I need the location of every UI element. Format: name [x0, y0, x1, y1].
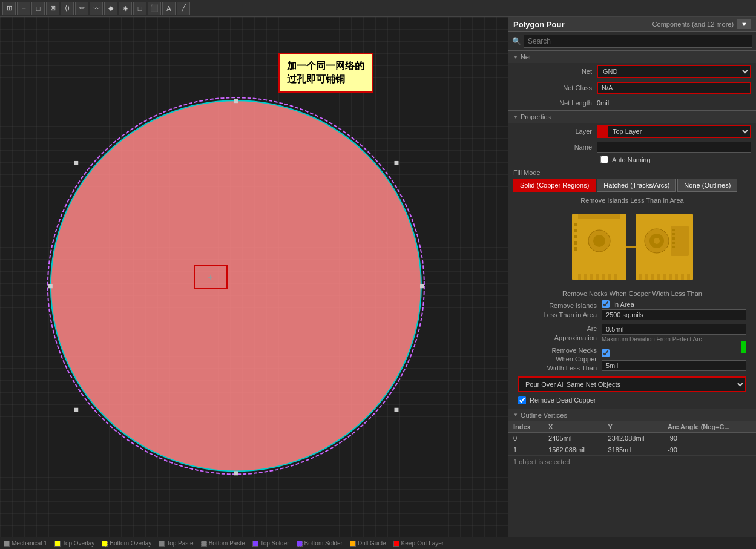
row0-y: 2342.088mil	[603, 432, 663, 444]
in-area-input[interactable]	[602, 309, 746, 320]
toolbar-text-btn[interactable]: A	[162, 2, 176, 15]
toolbar-select-btn[interactable]: □	[31, 2, 45, 15]
svg-rect-25	[608, 274, 611, 280]
status-bottom-paste-label: Bottom Paste	[209, 540, 245, 547]
svg-rect-33	[672, 229, 675, 231]
svg-rect-39	[645, 274, 648, 280]
svg-rect-41	[657, 274, 660, 280]
toolbar-poly-btn[interactable]: ⟨⟩	[61, 2, 74, 15]
remove-necks-input[interactable]	[602, 360, 746, 371]
vertices-section-label: Outline Vertices	[521, 412, 567, 419]
svg-rect-44	[675, 274, 678, 280]
net-triangle: ▼	[513, 54, 518, 60]
toolbar-line-btn[interactable]: ╱	[177, 2, 190, 15]
in-area-checkbox[interactable]	[602, 300, 610, 308]
fill-mode-label: Fill Mode	[513, 169, 751, 176]
toolbar-draw-btn[interactable]: ✏	[75, 2, 88, 15]
svg-rect-21	[584, 274, 587, 280]
panel-header: Polygon Pour Components (and 12 more) ▼	[508, 17, 756, 32]
pour-over-select[interactable]: Pour Over All Same Net Objects	[519, 378, 745, 391]
toolbar-diamond-btn[interactable]: ◆	[104, 2, 117, 15]
svg-rect-4	[234, 471, 238, 475]
fill-solid-btn[interactable]: Solid (Copper Regions)	[513, 179, 596, 192]
col-x: X	[544, 421, 603, 433]
toolbar-mark-btn[interactable]: ◈	[119, 2, 132, 15]
svg-rect-42	[663, 274, 666, 280]
row1-x: 1562.088mil	[544, 444, 603, 455]
name-input[interactable]	[597, 142, 751, 153]
fill-hatched-btn[interactable]: Hatched (Tracks/Arcs)	[597, 179, 676, 192]
remove-necks-label: Remove Necks When Copper Width Less Than	[518, 346, 597, 372]
svg-rect-9	[395, 161, 399, 165]
in-area-label: In Area	[613, 301, 634, 308]
status-mechanical: Mechanical 1	[4, 540, 47, 547]
status-bottom-overlay-label: Bottom Overlay	[110, 540, 151, 547]
vertices-triangle: ▼	[513, 412, 518, 418]
filter-button[interactable]: ▼	[737, 19, 751, 29]
svg-rect-37	[672, 246, 675, 248]
toolbar-add-btn[interactable]: ＋	[17, 2, 30, 15]
status-top-solder: Top Solder	[252, 540, 289, 547]
search-input[interactable]	[524, 35, 752, 48]
in-area-row: Remove Islands Less Than in Area In Area	[513, 298, 751, 322]
svg-rect-3	[234, 99, 238, 103]
net-class-label: Net Class	[513, 84, 592, 92]
name-label: Name	[513, 143, 592, 151]
arc-approx-input[interactable]	[602, 324, 746, 335]
toolbar-fill-btn[interactable]: ⬛	[148, 2, 161, 15]
top-toolbar: ⊞ ＋ □ ⊠ ⟨⟩ ✏ 〰 ◆ ◈ □ ⬛ A ╱	[0, 0, 756, 17]
max-dev-label: Maximum Deviation From Perfect Arc	[602, 336, 746, 343]
net-class-value: N/A	[597, 82, 751, 94]
bottom-solder-color	[297, 541, 303, 547]
auto-naming-checkbox[interactable]	[600, 156, 608, 163]
col-y: Y	[603, 421, 663, 433]
toolbar-filter-btn[interactable]: ⊞	[2, 2, 16, 15]
svg-rect-40	[651, 274, 654, 280]
status-top-overlay: Top Overlay	[54, 540, 94, 547]
remove-dead-label: Remove Dead Copper	[530, 396, 596, 404]
svg-rect-34	[672, 233, 675, 235]
row1-y: 3185mil	[603, 444, 663, 455]
net-length-label: Net Length	[513, 99, 592, 107]
vertices-table: Index X Y Arc Angle (Neg=C... 0 2405mil …	[508, 421, 756, 456]
toolbar-region-btn[interactable]: ⊠	[46, 2, 59, 15]
net-length-value: 0mil	[597, 99, 751, 107]
drill-guide-color	[350, 541, 356, 547]
net-length-row: Net Length 0mil	[508, 96, 756, 110]
status-bottom-paste: Bottom Paste	[201, 540, 245, 547]
net-select[interactable]: GND	[597, 65, 751, 78]
fill-none-btn[interactable]: None (Outlines)	[677, 179, 737, 192]
status-top-overlay-label: Top Overlay	[62, 540, 94, 547]
status-top-solder-label: Top Solder	[260, 540, 289, 547]
remove-necks-title: Remove Necks When Cooper Width Less Than	[513, 289, 751, 298]
auto-naming-label: Auto Naming	[612, 156, 651, 163]
top-overlay-color	[54, 541, 61, 547]
row0-arc: -90	[663, 432, 756, 444]
selected-info: 1 object is selected	[508, 456, 756, 468]
col-index: Index	[508, 421, 544, 433]
remove-necks-checkbox-row	[602, 347, 746, 359]
remove-necks-checkbox[interactable]	[602, 349, 610, 357]
bottom-overlay-color	[102, 541, 108, 547]
row1-arc: -90	[663, 444, 756, 455]
canvas-area[interactable]: 加一个同一网络的 过孔即可铺铜 +	[0, 17, 508, 537]
svg-rect-45	[681, 274, 684, 280]
auto-naming-row: Auto Naming	[508, 154, 756, 166]
layer-select[interactable]: Top Layer	[608, 126, 750, 137]
toolbar-box-btn[interactable]: □	[133, 2, 146, 15]
toolbar-wave-btn[interactable]: 〰	[90, 2, 103, 15]
arc-approx-row: Arc Approximation Maximum Deviation From…	[513, 322, 751, 344]
annotation-box: 加一个同一网络的 过孔即可铺铜	[278, 53, 373, 93]
status-drill-guide: Drill Guide	[350, 540, 386, 547]
status-bottom-overlay: Bottom Overlay	[102, 540, 151, 547]
top-solder-color	[252, 541, 258, 547]
remove-dead-checkbox[interactable]	[518, 396, 526, 404]
status-keep-out: Keep-Out Layer	[393, 540, 444, 547]
panel-title: Polygon Pour	[513, 20, 565, 29]
status-bar: Mechanical 1 Top Overlay Bottom Overlay …	[0, 537, 756, 549]
properties-section-label: Properties	[521, 113, 551, 120]
mechanical-color	[4, 541, 10, 547]
svg-rect-17	[574, 235, 577, 238]
keep-out-color	[393, 541, 399, 547]
net-row: Net GND	[508, 63, 756, 80]
